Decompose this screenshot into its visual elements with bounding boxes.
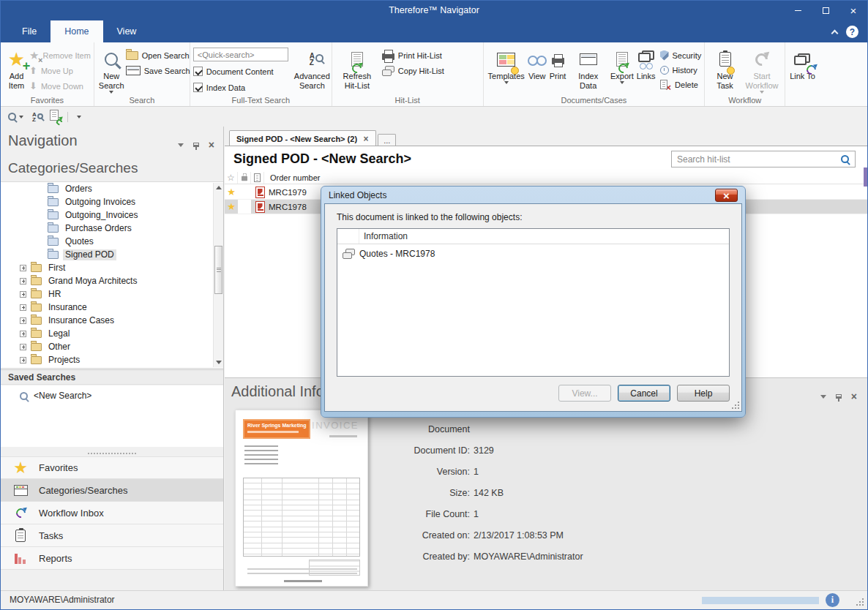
sidebar-item-favorites[interactable]: Favorites (1, 456, 223, 479)
help-icon[interactable]: ? (846, 26, 858, 38)
favorite-star-icon[interactable] (227, 187, 236, 197)
history-button[interactable]: History (660, 64, 702, 76)
print-hitlist-button[interactable]: Print Hit-List (382, 49, 444, 61)
info-icon[interactable]: i (826, 593, 839, 607)
order-number-column-header[interactable]: Order number (264, 173, 320, 182)
tree-item-signed-pod[interactable]: Signed POD (1, 248, 223, 261)
scrollbar-thumb[interactable] (214, 246, 222, 294)
templates-button[interactable]: Templates (487, 45, 526, 86)
tree-folder-legal[interactable]: Legal (1, 327, 223, 340)
tab-view[interactable]: View (103, 20, 151, 42)
quick-search-tool-button[interactable] (8, 113, 23, 121)
maximize-button[interactable] (812, 1, 839, 20)
link-to-button[interactable]: Link To (788, 45, 817, 83)
pane-menu-icon[interactable] (178, 143, 184, 147)
export-tool-button[interactable] (50, 110, 59, 124)
open-search-button[interactable]: Open Search (126, 49, 190, 61)
tree-folder-projects[interactable]: Projects (1, 353, 223, 366)
tree-item-orders[interactable]: Orders (1, 182, 223, 195)
expand-icon[interactable] (20, 357, 26, 364)
scroll-down-icon[interactable] (216, 361, 222, 364)
expand-icon[interactable] (20, 265, 26, 271)
tab-signed-pod[interactable]: Signed POD - <New Search> (2) (229, 130, 376, 146)
document-content-checkbox[interactable]: Document Content (193, 65, 288, 78)
start-workflow-button[interactable]: Start Workflow (742, 45, 782, 96)
new-task-button[interactable]: New Task (708, 45, 742, 93)
expand-icon[interactable] (20, 304, 26, 311)
close-tab-icon[interactable] (364, 134, 369, 144)
save-search-button[interactable]: Save Search (126, 64, 190, 77)
close-pane-icon[interactable] (209, 138, 214, 151)
quick-search-input[interactable] (193, 48, 288, 61)
dialog-titlebar[interactable]: Linked Objects (324, 187, 742, 203)
close-pane-icon[interactable] (851, 390, 857, 403)
tree-folder-insurance-cases[interactable]: Insurance Cases (1, 314, 223, 327)
sidebar-item-workflow-inbox[interactable]: Workflow Inbox (1, 502, 223, 524)
dialog-resize-grip[interactable] (732, 402, 739, 409)
tree-item-outgoing-invoices[interactable]: Outgoing Invoices (1, 195, 223, 208)
pane-splitter[interactable] (1, 451, 223, 456)
close-button[interactable] (839, 1, 867, 20)
expand-icon[interactable] (20, 278, 26, 285)
lock-column-header[interactable] (238, 172, 251, 184)
view-button[interactable]: View (526, 45, 548, 83)
tree-folder-first[interactable]: First (1, 261, 223, 274)
view-button[interactable]: View... (558, 385, 611, 402)
tab-file[interactable]: File (8, 20, 50, 42)
tree-item-quotes[interactable]: Quotes (1, 235, 223, 248)
sidebar-item-tasks[interactable]: Tasks (1, 524, 223, 547)
search-icon[interactable] (841, 155, 849, 163)
information-column-header[interactable]: Information (359, 231, 408, 241)
cancel-button[interactable]: Cancel (618, 385, 670, 402)
copy-hitlist-button[interactable]: Copy Hit-List (382, 64, 444, 77)
pin-icon[interactable] (193, 143, 199, 147)
linked-object-row[interactable]: Quotes - MRC1978 (337, 244, 729, 263)
index-data-button[interactable]: Index Data (567, 45, 609, 93)
refresh-hitlist-button[interactable]: Refresh Hit-List (335, 45, 379, 93)
scroll-up-icon[interactable] (216, 186, 222, 189)
security-button[interactable]: Security (660, 49, 702, 61)
tree-folder-other[interactable]: Other (1, 340, 223, 353)
advanced-search-button[interactable]: Advanced Search (293, 45, 332, 93)
az-search-tool-button[interactable] (32, 112, 37, 122)
tab-home[interactable]: Home (50, 20, 102, 42)
links-button[interactable]: Links (635, 45, 657, 83)
move-up-button[interactable]: Move Up (29, 64, 91, 77)
pin-icon[interactable] (836, 394, 842, 399)
doc-column-header[interactable] (251, 172, 264, 184)
sidebar-item-categories[interactable]: Categories/Searches (1, 479, 223, 502)
pane-menu-icon[interactable] (820, 395, 826, 399)
toolbar-overflow-icon[interactable] (77, 116, 81, 118)
move-down-button[interactable]: Move Down (29, 80, 91, 92)
expand-icon[interactable] (20, 317, 26, 324)
print-button[interactable]: Print (548, 45, 568, 83)
favorite-star-icon[interactable] (227, 201, 236, 212)
new-search-button[interactable]: New Search (97, 45, 126, 96)
search-hit-list-input[interactable] (672, 154, 841, 165)
help-button[interactable]: Help (677, 385, 730, 402)
expand-icon[interactable] (20, 291, 26, 298)
tree-item-purchase-orders[interactable]: Purchase Orders (1, 222, 223, 235)
remove-item-button[interactable]: Remove Item (29, 49, 91, 61)
tree-folder-insurance[interactable]: Insurance (1, 301, 223, 314)
expand-icon[interactable] (20, 331, 26, 337)
sidebar-item-reports[interactable]: Reports (1, 547, 223, 570)
delete-button[interactable]: Delete (660, 78, 702, 91)
dialog-close-button[interactable] (715, 189, 738, 202)
add-item-button[interactable]: Add Item (4, 45, 29, 93)
document-preview[interactable]: River Springs Marketing INVOICE (235, 410, 368, 587)
minimize-button[interactable] (784, 1, 812, 20)
collapse-ribbon-icon[interactable] (831, 30, 839, 37)
ribbon-group-workflow: New Task Start Workflow Workflow (705, 42, 785, 106)
index-data-checkbox[interactable]: Index Data (193, 81, 288, 94)
resize-grip[interactable] (856, 598, 864, 606)
export-button[interactable]: Export (609, 45, 635, 86)
tree-item-outgoing-invoices-2[interactable]: Outgoing_Invoices (1, 208, 223, 222)
saved-search-new-search[interactable]: <New Search> (1, 385, 223, 401)
tree-folder-grand-moya[interactable]: Grand Moya Architects (1, 274, 223, 287)
tree-folder-hr[interactable]: HR (1, 287, 223, 301)
favorite-column-header[interactable] (225, 172, 238, 184)
tree-scrollbar[interactable] (213, 183, 223, 367)
expand-icon[interactable] (20, 344, 26, 350)
tab-overflow[interactable]: ... (378, 134, 396, 146)
